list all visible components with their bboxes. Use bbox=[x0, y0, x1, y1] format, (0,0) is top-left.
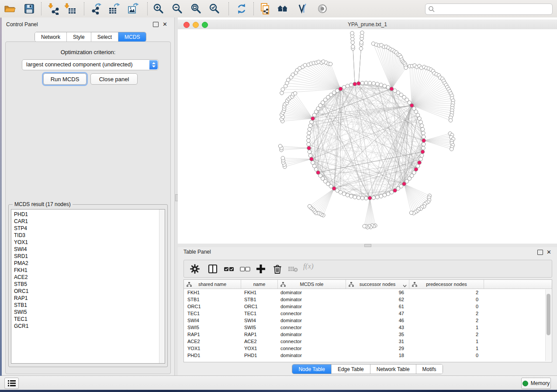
memory-button[interactable]: Memory bbox=[521, 378, 551, 389]
cell-name: YOX1 bbox=[241, 346, 277, 351]
mcds-result-item[interactable]: ACE2 bbox=[11, 274, 165, 281]
table-row[interactable]: SWI4SWI4dominator462 bbox=[184, 317, 552, 324]
float-panel-icon[interactable] bbox=[537, 250, 543, 255]
mcds-result-item[interactable]: FKH1 bbox=[11, 267, 165, 274]
mcds-result-item[interactable]: STP4 bbox=[11, 225, 165, 232]
scrollbar-thumb[interactable] bbox=[547, 294, 550, 335]
search-input[interactable] bbox=[437, 4, 550, 14]
column-header-name[interactable]: name bbox=[241, 280, 278, 289]
column-label: MCDS role bbox=[300, 282, 324, 287]
open-session-icon[interactable] bbox=[3, 3, 16, 15]
hide-labels-icon[interactable] bbox=[297, 3, 309, 15]
table-row[interactable]: FKH1FKH1dominator962 bbox=[184, 289, 552, 296]
table-row[interactable]: ORC1ORC1dominator610 bbox=[184, 303, 552, 310]
close-panel-icon[interactable]: ✕ bbox=[163, 22, 167, 27]
mcds-result-item[interactable]: YOX1 bbox=[11, 239, 165, 246]
mcds-result-item[interactable]: ORC1 bbox=[11, 288, 165, 295]
mcds-result-item[interactable]: STB5 bbox=[11, 281, 165, 288]
sort-chevron-icon[interactable] bbox=[403, 283, 407, 288]
deselect-all-icon[interactable] bbox=[239, 263, 251, 275]
close-panel-icon[interactable]: ✕ bbox=[547, 250, 551, 254]
column-header-MCDS-role[interactable]: MCDS role bbox=[278, 280, 346, 289]
add-icon[interactable] bbox=[255, 263, 266, 275]
mcds-result-item[interactable]: PMA2 bbox=[11, 260, 165, 267]
eye-icon[interactable] bbox=[316, 3, 329, 15]
cell-shared-name: SWI4 bbox=[184, 318, 241, 323]
table-row[interactable]: YOX1YOX1connector291 bbox=[184, 345, 552, 352]
mcds-result-item[interactable]: TID3 bbox=[11, 232, 165, 239]
tab-network-table[interactable]: Network Table bbox=[370, 364, 416, 374]
mcds-result-item[interactable]: SRD1 bbox=[11, 253, 165, 260]
cell-predecessor-nodes: 2 bbox=[408, 318, 482, 323]
delete-icon[interactable] bbox=[272, 263, 283, 275]
column-header-shared-name[interactable]: shared name bbox=[184, 280, 241, 289]
mcds-list-scrollbar[interactable] bbox=[159, 210, 165, 363]
import-network-icon[interactable] bbox=[48, 3, 60, 15]
zoom-in-icon[interactable] bbox=[152, 3, 165, 15]
column-label: predecessor nodes bbox=[426, 282, 467, 287]
tab-network[interactable]: Network bbox=[35, 32, 66, 41]
cell-shared-name: SWI5 bbox=[184, 325, 241, 330]
tab-select[interactable]: Select bbox=[91, 32, 118, 41]
criterion-dropdown[interactable]: largest connected component (undirected) bbox=[22, 59, 159, 70]
horizontal-splitter[interactable] bbox=[178, 244, 557, 247]
column-header-successor-nodes[interactable]: successor nodes bbox=[346, 280, 409, 289]
column-header-predecessor-nodes[interactable]: predecessor nodes bbox=[409, 280, 484, 289]
toolbar-separator bbox=[41, 2, 42, 15]
mcds-result-item[interactable]: TEC1 bbox=[11, 316, 165, 323]
network-title: YPA_prune.txt_1 bbox=[178, 21, 557, 28]
table-scrollbar[interactable] bbox=[545, 289, 551, 361]
splitter-handle[interactable] bbox=[364, 244, 371, 247]
homes-icon[interactable] bbox=[277, 3, 289, 15]
table-row[interactable]: PHD1PHD1dominator180 bbox=[184, 352, 552, 359]
status-bar: Memory bbox=[0, 375, 557, 390]
cell-successor-nodes: 61 bbox=[345, 304, 408, 309]
network-titlebar[interactable]: YPA_prune.txt_1 bbox=[178, 19, 557, 30]
tree-icon bbox=[349, 282, 354, 288]
tab-style[interactable]: Style bbox=[66, 32, 91, 41]
import-table-icon[interactable] bbox=[64, 3, 76, 15]
share-document-icon[interactable] bbox=[259, 3, 271, 15]
export-network-icon[interactable] bbox=[90, 3, 102, 15]
table-row[interactable]: STB1STB1dominator620 bbox=[184, 296, 552, 303]
mcds-result-item[interactable]: STB1 bbox=[11, 302, 165, 309]
tab-motifs[interactable]: Motifs bbox=[416, 364, 443, 374]
zoom-selected-icon[interactable] bbox=[208, 3, 221, 15]
control-tabs: NetworkStyleSelectMCDS bbox=[35, 32, 146, 42]
select-all-icon[interactable] bbox=[223, 263, 235, 275]
mcds-result-item[interactable]: SWI4 bbox=[11, 246, 165, 253]
cell-predecessor-nodes: 1 bbox=[408, 325, 482, 330]
mcds-result-list[interactable]: PHD1CAR1STP4TID3YOX1SWI4SRD1PMA2FKH1ACE2… bbox=[11, 209, 165, 364]
mcds-result-item[interactable]: CAR1 bbox=[11, 218, 165, 225]
save-session-icon[interactable] bbox=[23, 3, 35, 15]
mcds-result-item[interactable]: PHD1 bbox=[11, 211, 165, 218]
table-row[interactable]: SWI5SWI5connector431 bbox=[184, 324, 552, 331]
network-canvas[interactable] bbox=[178, 29, 557, 244]
mcds-result-item[interactable]: RAP1 bbox=[11, 295, 165, 302]
cell-name: SWI5 bbox=[241, 325, 277, 330]
run-mcds-button[interactable]: Run MCDS bbox=[43, 73, 86, 85]
mcds-result-item[interactable]: GCR1 bbox=[11, 323, 165, 330]
tab-node-table[interactable]: Node Table bbox=[292, 364, 331, 374]
table-row[interactable]: ACE2ACE2connector311 bbox=[184, 338, 552, 345]
search-box bbox=[425, 3, 553, 15]
mcds-result-item[interactable]: SWI5 bbox=[11, 309, 165, 316]
close-panel-button[interactable]: Close panel bbox=[90, 73, 138, 85]
columns-icon[interactable] bbox=[207, 263, 218, 275]
cell-successor-nodes: 29 bbox=[345, 346, 408, 351]
gear-icon[interactable] bbox=[189, 263, 201, 275]
task-history-button[interactable] bbox=[4, 378, 19, 389]
task-list-icon bbox=[8, 380, 16, 386]
column-label: name bbox=[253, 282, 266, 287]
zoom-fit-icon[interactable] bbox=[190, 3, 202, 15]
export-image-icon[interactable] bbox=[127, 3, 139, 15]
tab-edge-table[interactable]: Edge Table bbox=[331, 364, 370, 374]
table-row[interactable]: TEC1TEC1connector472 bbox=[184, 310, 552, 317]
table-row[interactable]: RAP1RAP1dominator352 bbox=[184, 331, 552, 338]
float-panel-icon[interactable] bbox=[153, 22, 159, 27]
refresh-icon[interactable] bbox=[235, 3, 248, 15]
cell-name: TEC1 bbox=[241, 311, 277, 316]
tab-mcds[interactable]: MCDS bbox=[118, 32, 146, 41]
zoom-out-icon[interactable] bbox=[171, 3, 183, 15]
export-table-icon[interactable] bbox=[108, 3, 121, 15]
